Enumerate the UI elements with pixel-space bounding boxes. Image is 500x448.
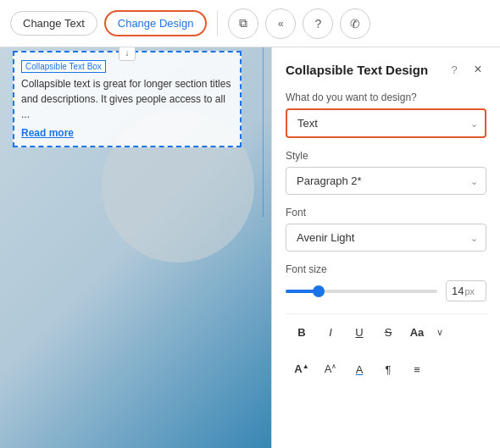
bold-button[interactable]: B <box>289 319 314 345</box>
text-size-up-icon: A▲ <box>294 362 308 375</box>
collapsible-text-box[interactable]: ↓ Collapsible Text Box Collapsible text … <box>13 51 242 147</box>
italic-button[interactable]: I <box>318 319 343 345</box>
panel-close-button[interactable]: × <box>469 61 486 78</box>
font-dropdown-wrapper: Avenir Light Arial Helvetica ⌄ <box>286 224 486 252</box>
question-icon: ? <box>314 17 321 30</box>
font-size-value: 14 <box>452 285 464 297</box>
text-highlight-icon: A <box>356 363 364 376</box>
text-wave-icon: A∧ <box>325 362 337 375</box>
font-size-row: 14 px <box>286 280 486 301</box>
phone-button[interactable]: ✆ <box>340 8 370 39</box>
collapsible-box-text: Collapsible text is great for longer sec… <box>21 76 233 122</box>
change-text-button[interactable]: Change Text <box>10 11 97 36</box>
style-dropdown[interactable]: Paragraph 2* Paragraph 1 Heading 1 <box>286 167 486 195</box>
formatting-more-button[interactable]: ∨ <box>433 324 447 341</box>
phone-icon: ✆ <box>350 17 360 30</box>
back-icon: « <box>278 18 284 30</box>
change-design-button[interactable]: Change Design <box>104 10 208 36</box>
font-dropdown[interactable]: Avenir Light Arial Helvetica <box>286 224 486 252</box>
font-size-slider-track[interactable] <box>286 290 437 293</box>
panel-header-actions: ? × <box>446 61 486 78</box>
read-more-link[interactable]: Read more <box>21 127 233 139</box>
canvas-divider <box>263 47 264 217</box>
indent-button[interactable]: ¶ <box>375 357 401 382</box>
panel-title: Collapsible Text Design <box>286 63 428 77</box>
font-size-input-wrap: 14 px <box>446 280 486 301</box>
strikethrough-button[interactable]: S <box>375 319 401 345</box>
toolbar-separator <box>217 11 218 36</box>
style-label: Style <box>286 150 486 162</box>
font-label: Font <box>286 207 486 218</box>
design-type-dropdown-wrapper: Text Read More Text Container ⌄ <box>286 108 486 138</box>
formatting-row-1: B I U S Aa ∨ <box>286 313 486 350</box>
align-button[interactable]: ≡ <box>404 357 430 382</box>
panel-help-button[interactable]: ? <box>446 61 463 78</box>
toolbar: Change Text Change Design ⧉ « ? ✆ <box>0 0 500 47</box>
design-panel: Collapsible Text Design ? × What do you … <box>271 47 500 448</box>
text-size-up-button[interactable]: A▲ <box>289 357 314 382</box>
style-dropdown-wrapper: Paragraph 2* Paragraph 1 Heading 1 ⌄ <box>286 167 486 195</box>
font-size-label: Font size <box>286 263 486 275</box>
formatting-row-2: A▲ A∧ A ¶ ≡ <box>286 353 486 385</box>
font-size-unit: px <box>464 286 475 296</box>
help-button[interactable]: ? <box>303 8 333 39</box>
underline-button[interactable]: U <box>347 319 372 345</box>
text-wave-button[interactable]: A∧ <box>318 357 343 382</box>
collapsible-box-label: Collapsible Text Box <box>21 60 106 73</box>
font-size-slider-thumb[interactable] <box>313 285 325 297</box>
back-button[interactable]: « <box>265 8 296 39</box>
font-size-slider-fill <box>286 290 316 293</box>
copy-icon: ⧉ <box>239 16 247 30</box>
panel-header: Collapsible Text Design ? × <box>286 61 486 78</box>
indent-icon: ¶ <box>386 363 392 376</box>
text-highlight-button[interactable]: A <box>347 357 372 382</box>
case-button[interactable]: Aa <box>404 319 430 345</box>
design-question-label: What do you want to design? <box>286 91 486 103</box>
copy-button[interactable]: ⧉ <box>228 8 258 39</box>
align-icon: ≡ <box>414 363 420 376</box>
design-type-dropdown[interactable]: Text Read More Text Container <box>286 108 486 138</box>
